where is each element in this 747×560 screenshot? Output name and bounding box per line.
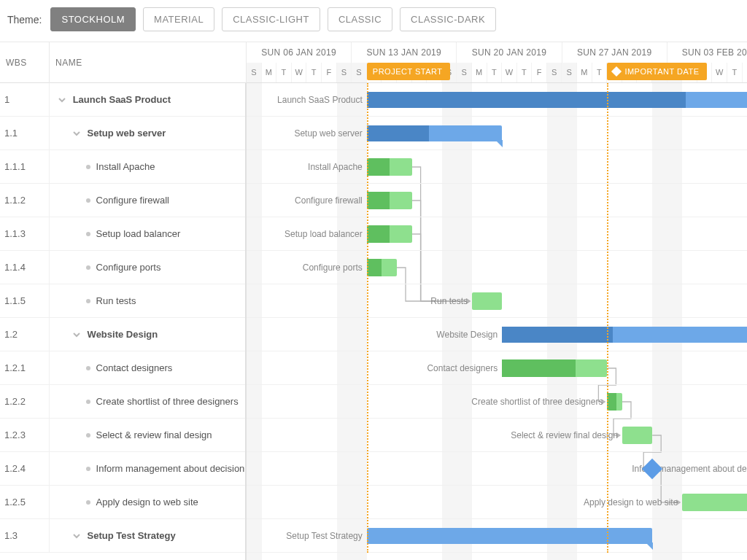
chevron-down-icon[interactable] (57, 95, 67, 105)
theme-button-material[interactable]: MATERIAL (143, 7, 214, 31)
task-row[interactable]: 1.1Setup web server (0, 117, 245, 150)
timeline-rows: Launch SaaS ProductSetup web serverInsta… (247, 83, 747, 553)
task-row[interactable]: 1.1.3Setup load balancer (0, 217, 245, 251)
timeline-row[interactable]: Website Design (247, 318, 747, 351)
bullet-icon (86, 265, 90, 270)
milestone[interactable] (642, 458, 662, 478)
name-cell: Create shortlist of three designers (50, 385, 245, 419)
name-cell: Apply design to web site (50, 486, 245, 519)
theme-button-classic-light[interactable]: CLASSIC-LIGHT (222, 7, 320, 31)
grid-header: WBS NAME SUN 06 JAN 2019SUN 13 JAN 2019S… (0, 42, 747, 83)
task-bar[interactable]: Setup load balancer (367, 225, 412, 243)
wbs-cell: 1.2.1 (0, 351, 50, 385)
column-header-wbs[interactable]: WBS (0, 42, 50, 83)
day-header: T (276, 63, 292, 83)
bar-label: Setup load balancer (285, 229, 363, 239)
marker-label: PROJECT START (373, 67, 443, 76)
bullet-icon (86, 467, 90, 471)
task-name: Contact designers (96, 362, 173, 373)
task-bar[interactable]: Select & review final design (622, 427, 652, 444)
chevron-down-icon[interactable] (71, 330, 82, 340)
bar-label: Configure ports (303, 262, 363, 273)
task-row[interactable]: 1.1.5Run tests (0, 284, 245, 318)
day-header: S (547, 63, 562, 83)
task-bar[interactable]: Contact designers (502, 359, 607, 377)
marker-flag[interactable]: IMPORTANT DATE (607, 63, 706, 80)
task-row[interactable]: 1.1.1Install Apache (0, 150, 245, 184)
bar-label: Setup Test Strategy (286, 531, 363, 541)
timeline-row[interactable]: Setup Test Strategy (247, 519, 747, 553)
day-header: T (306, 63, 322, 83)
progress-fill (367, 92, 686, 108)
task-name: Inform management about decision (96, 463, 245, 474)
task-bar[interactable]: Create shortlist of three designers (607, 393, 622, 411)
summary-bar[interactable]: Website Design (502, 327, 747, 343)
name-cell: Select & review final design (50, 419, 245, 452)
marker-label: IMPORTANT DATE (624, 67, 699, 76)
bar-label: Select & review final design (511, 430, 618, 440)
task-bar[interactable]: Run tests (472, 292, 502, 310)
progress-fill (367, 158, 390, 176)
chevron-down-icon[interactable] (71, 531, 82, 541)
day-header: M (577, 63, 592, 83)
summary-bar[interactable]: Launch SaaS Product (367, 92, 747, 108)
timeline-row[interactable]: Launch SaaS Product (247, 83, 747, 117)
task-row[interactable]: 1.2Website Design (0, 318, 245, 351)
name-cell: Setup load balancer (50, 217, 245, 251)
timeline-row[interactable]: Apply design to web site (247, 486, 747, 519)
summary-bar[interactable]: Setup web server (367, 125, 502, 141)
timeline-row[interactable]: Configure ports (247, 251, 747, 284)
task-row[interactable]: 1.2.4Inform management about decision (0, 452, 245, 486)
name-cell: Contact designers (50, 351, 245, 385)
task-row[interactable]: 1Launch SaaS Product (0, 83, 245, 117)
column-header-name[interactable]: NAME (50, 42, 247, 83)
task-bar[interactable]: Configure ports (367, 259, 397, 276)
name-cell: Configure ports (50, 251, 245, 284)
task-row[interactable]: 1.2.3Select & review final design (0, 419, 245, 452)
wbs-cell: 1.1.2 (0, 184, 50, 217)
summary-bar[interactable]: Setup Test Strategy (367, 528, 652, 544)
name-cell: Inform management about decision (50, 452, 245, 486)
task-name: Install Apache (96, 161, 155, 172)
name-cell: Run tests (50, 284, 245, 318)
column-header-name-label: NAME (55, 58, 82, 68)
day-header: F (532, 63, 547, 83)
theme-label: Theme: (7, 14, 42, 26)
marker-flag[interactable]: PROJECT START (367, 63, 450, 80)
timeline-row[interactable]: Configure firewall (247, 184, 747, 217)
progress-fill (367, 125, 429, 141)
task-name: Create shortlist of three designers (96, 396, 239, 407)
timeline-row[interactable]: Install Apache (247, 150, 747, 184)
task-row[interactable]: 1.3Setup Test Strategy (0, 519, 245, 553)
task-row[interactable]: 1.1.2Configure firewall (0, 184, 245, 217)
wbs-cell: 1.1 (0, 117, 50, 150)
timeline-row[interactable]: Select & review final design (247, 419, 747, 452)
timeline-row[interactable]: Contact designers (247, 351, 747, 385)
task-row[interactable]: 1.2.1Contact designers (0, 351, 245, 385)
timeline-row[interactable]: Inform management about decision (247, 452, 747, 486)
split: 1Launch SaaS Product1.1Setup web server1… (0, 83, 747, 560)
chevron-down-icon[interactable] (71, 128, 82, 139)
timeline-row[interactable]: Setup web server (247, 117, 747, 150)
week-header: SUN 20 JAN 2019 (457, 42, 562, 63)
theme-bar: Theme: STOCKHOLMMATERIALCLASSIC-LIGHTCLA… (0, 0, 747, 42)
task-name: Run tests (96, 295, 136, 306)
task-row[interactable]: 1.2.2Create shortlist of three designers (0, 385, 245, 419)
task-row[interactable]: 1.2.5Apply design to web site (0, 486, 245, 519)
bar-label: Create shortlist of three designers (471, 397, 603, 407)
timeline-row[interactable]: Create shortlist of three designers (247, 385, 747, 419)
day-header: S (457, 63, 472, 83)
timeline-body-wrap[interactable]: Launch SaaS ProductSetup web serverInsta… (247, 83, 747, 560)
task-row[interactable]: 1.1.4Configure ports (0, 251, 245, 284)
task-bar[interactable]: Install Apache (367, 158, 412, 176)
wbs-cell: 1.2.5 (0, 486, 50, 519)
timeline-row[interactable]: Setup load balancer (247, 217, 747, 251)
task-bar[interactable]: Configure firewall (367, 192, 412, 209)
name-cell: Install Apache (50, 150, 245, 184)
timeline-row[interactable]: Run tests (247, 284, 747, 318)
theme-button-classic-dark[interactable]: CLASSIC-DARK (400, 7, 496, 31)
theme-button-stockholm[interactable]: STOCKHOLM (50, 7, 136, 31)
progress-fill (367, 225, 390, 243)
theme-button-classic[interactable]: CLASSIC (328, 7, 392, 31)
task-bar[interactable]: Apply design to web site (682, 494, 747, 511)
